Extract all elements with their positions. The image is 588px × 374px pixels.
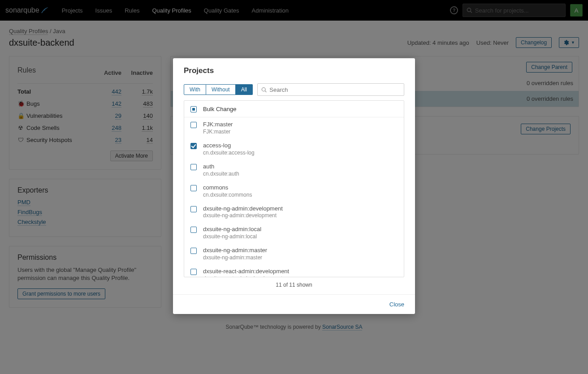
bulk-change-row[interactable]: Bulk Change — [184, 101, 404, 117]
modal-overlay: Projects WithWithoutAll Bulk Change FJK:… — [0, 0, 588, 339]
project-row[interactable]: FJK:master FJK:master — [184, 117, 404, 138]
project-name: dxsuite-react-admin:development — [203, 268, 289, 275]
project-row[interactable]: dxsuite-ng-admin:development dxsuite-ng-… — [184, 202, 404, 223]
modal-search[interactable] — [257, 83, 404, 96]
project-key: dxsuite-ng-admin:master — [203, 254, 267, 261]
project-checkbox[interactable] — [190, 143, 197, 149]
project-key: cn.dxsuite:access-log — [203, 150, 255, 156]
filter-tab-with[interactable]: With — [184, 84, 206, 95]
project-checkbox[interactable] — [190, 269, 197, 275]
project-name: auth — [203, 163, 239, 171]
filter-tab-all[interactable]: All — [236, 84, 253, 95]
project-checkbox[interactable] — [190, 185, 197, 191]
modal-title: Projects — [184, 66, 404, 75]
project-key: dxsuite-ng-admin:local — [203, 233, 261, 240]
close-button[interactable]: Close — [389, 301, 404, 308]
project-name: dxsuite-ng-admin:local — [203, 226, 261, 233]
shown-count: 11 of 11 shown — [184, 277, 404, 290]
project-row[interactable]: commons cn.dxsuite:commons — [184, 181, 404, 202]
project-checkbox[interactable] — [190, 227, 197, 233]
bulk-change-label: Bulk Change — [203, 106, 236, 112]
projects-listbox[interactable]: Bulk Change FJK:master FJK:master access… — [184, 100, 404, 277]
project-key: dxsuite-ng-admin:development — [203, 212, 283, 219]
project-key: FJK:master — [203, 129, 233, 135]
project-checkbox[interactable] — [190, 164, 197, 170]
project-checkbox[interactable] — [190, 248, 197, 254]
project-name: dxsuite-ng-admin:master — [203, 247, 267, 254]
svg-point-2 — [262, 87, 265, 91]
filter-segment: WithWithoutAll — [184, 84, 253, 95]
project-row[interactable]: dxsuite-react-admin:development dxsuite-… — [184, 264, 404, 277]
search-icon — [261, 87, 267, 93]
project-name: FJK:master — [203, 121, 233, 129]
project-key: cn.dxsuite:commons — [203, 192, 252, 198]
project-row[interactable]: access-log cn.dxsuite:access-log — [184, 138, 404, 159]
projects-modal: Projects WithWithoutAll Bulk Change FJK:… — [173, 58, 415, 314]
svg-line-3 — [265, 90, 266, 92]
project-row[interactable]: dxsuite-ng-admin:master dxsuite-ng-admin… — [184, 243, 404, 264]
project-key: cn.dxsuite:auth — [203, 171, 239, 177]
bulk-change-checkbox[interactable] — [190, 106, 197, 112]
project-row[interactable]: dxsuite-ng-admin:local dxsuite-ng-admin:… — [184, 222, 404, 243]
filter-tab-without[interactable]: Without — [206, 84, 236, 95]
project-name: dxsuite-ng-admin:development — [203, 205, 283, 213]
project-name: access-log — [203, 142, 255, 150]
modal-search-input[interactable] — [269, 86, 400, 93]
project-name: commons — [203, 184, 252, 192]
project-checkbox[interactable] — [190, 122, 197, 128]
project-checkbox[interactable] — [190, 206, 197, 212]
project-row[interactable]: auth cn.dxsuite:auth — [184, 159, 404, 181]
